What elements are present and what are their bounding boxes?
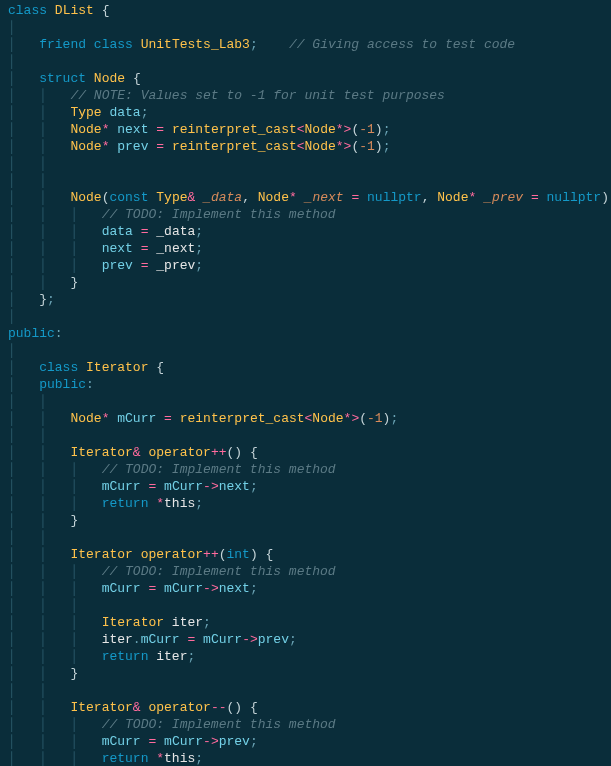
code-line: │ }; [0,291,611,308]
code-line: │ │ } [0,665,611,682]
code-line: │ │ │ return iter; [0,648,611,665]
comment: // Giving access to test code [289,37,515,52]
class-name: Iterator [86,360,148,375]
code-line: │ │ │ mCurr = mCurr->next; [0,478,611,495]
struct-name: Node [94,71,125,86]
code-line: │ class Iterator { [0,359,611,376]
keyword-class: class [8,3,47,18]
code-line: │ │ Node* mCurr = reinterpret_cast<Node*… [0,410,611,427]
code-line: │ [0,342,611,359]
code-editor[interactable]: class DList { │ │ friend class UnitTests… [0,2,611,766]
code-line: │ │ │ prev = _prev; [0,257,611,274]
keyword-friend: friend [39,37,86,52]
code-line: │ struct Node { [0,70,611,87]
class-name: UnitTests_Lab3 [141,37,250,52]
member: data [109,105,140,120]
code-line: │ │ │ [0,597,611,614]
code-line: │ │ Type data; [0,104,611,121]
code-line: │ │ } [0,274,611,291]
code-line: │ │ │ // TODO: Implement this method [0,206,611,223]
code-line: class DList { [0,2,611,19]
code-line: │ [0,19,611,36]
code-line: │ │ Node* prev = reinterpret_cast<Node*>… [0,138,611,155]
code-line: │ │ │ return *this; [0,750,611,766]
code-line: │ [0,308,611,325]
code-line: │ │ [0,155,611,172]
code-line: │ │ │ next = _next; [0,240,611,257]
member: prev [117,139,148,154]
comment: // NOTE: Values set to -1 for unit test … [70,88,444,103]
code-line: │ │ │ mCurr = mCurr->prev; [0,733,611,750]
code-line: │ friend class UnitTests_Lab3; // Giving… [0,36,611,53]
code-line: │ │ │ return *this; [0,495,611,512]
code-line: │ │ [0,682,611,699]
ctor-name: Node [70,190,101,205]
code-line: │ │ │ data = _data; [0,223,611,240]
member: mCurr [117,411,156,426]
code-line: │ │ │ // TODO: Implement this method [0,461,611,478]
comment: // TODO: Implement this method [102,207,336,222]
keyword-struct: struct [39,71,86,86]
code-line: │ │ Iterator& operator--() { [0,699,611,716]
code-line: │ │ │ // TODO: Implement this method [0,716,611,733]
code-line: │ │ [0,427,611,444]
code-line: │ │ Node* next = reinterpret_cast<Node*>… [0,121,611,138]
code-line: │ │ Iterator& operator++() { [0,444,611,461]
code-line: │ │ [0,393,611,410]
fn-name: operator [148,445,210,460]
code-line: │ │ } [0,512,611,529]
class-name: DList [55,3,94,18]
code-line: │ │ │ // TODO: Implement this method [0,563,611,580]
fn: reinterpret_cast [172,122,297,137]
code-line: public: [0,325,611,342]
keyword-public: public [8,326,55,341]
code-line: │ │ │ iter.mCurr = mCurr->prev; [0,631,611,648]
code-line: │ │ │ Iterator iter; [0,614,611,631]
code-line: │ │ [0,529,611,546]
code-line: │ │ [0,172,611,189]
code-line: │ │ // NOTE: Values set to -1 for unit t… [0,87,611,104]
code-line: │ │ Iterator operator++(int) { [0,546,611,563]
code-line: │ │ Node(const Type& _data, Node* _next … [0,189,611,206]
member: next [117,122,148,137]
code-line: │ public: [0,376,611,393]
code-line: │ │ │ mCurr = mCurr->next; [0,580,611,597]
code-line: │ [0,53,611,70]
